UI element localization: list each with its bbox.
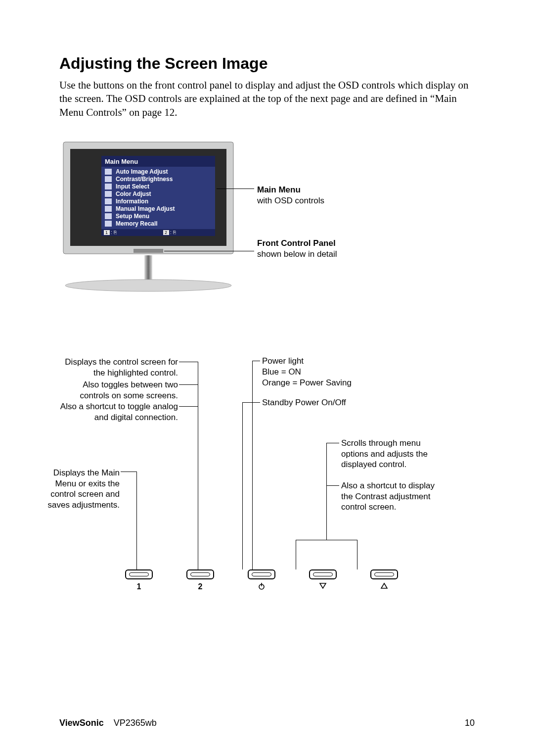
page-footer: ViewSonic VP2365wb 10: [59, 718, 475, 728]
footer-model: VP2365wb: [114, 718, 157, 728]
anno-power-a: Power light: [262, 356, 391, 367]
triangle-up-icon: [369, 582, 400, 591]
svg-rect-11: [105, 191, 112, 197]
svg-rect-28: [134, 249, 163, 253]
button-down[interactable]: [308, 569, 338, 592]
svg-text:Information: Information: [116, 198, 148, 205]
svg-text:2: 2: [165, 230, 167, 235]
svg-text:Memory Recall: Memory Recall: [116, 220, 158, 227]
svg-text:Manual Image Adjust: Manual Image Adjust: [116, 205, 175, 212]
button-1-label: 1: [124, 582, 154, 591]
callout-front-panel-sub: shown below in detail: [257, 249, 337, 260]
anno-power-b: Blue = ON: [262, 367, 391, 378]
footer-brand: ViewSonic: [59, 718, 104, 728]
callout-main-menu-label: Main Menu: [257, 185, 324, 195]
anno-scroll-a: Scrolls through menu options and adjusts…: [341, 438, 440, 470]
anno-btn2-c: Also a shortcut to toggle analog and dig…: [54, 401, 178, 423]
anno-scroll-b: Also a shortcut to display the Contrast …: [341, 480, 440, 513]
svg-rect-21: [101, 229, 215, 236]
svg-rect-5: [105, 169, 112, 175]
anno-btn1: Displays the Main Menu or exits the cont…: [45, 468, 120, 511]
svg-marker-33: [320, 583, 326, 588]
control-panel-diagram: Displays the control screen for the high…: [59, 352, 475, 609]
monitor-illustration: Main Menu Auto Image Adjust Contrast/Bri…: [59, 139, 475, 302]
monitor-svg: Main Menu Auto Image Adjust Contrast/Bri…: [59, 139, 237, 297]
callout-line-main-menu: [217, 189, 254, 189]
anno-standby: Standby Power On/Off: [262, 397, 361, 408]
svg-text:Input Select: Input Select: [116, 183, 149, 190]
callout-front-panel: Front Control Panel shown below in detai…: [257, 238, 337, 260]
svg-text:Color Adjust: Color Adjust: [116, 190, 151, 197]
power-icon: [246, 582, 277, 592]
svg-rect-13: [105, 198, 112, 204]
button-row: 1 2: [124, 569, 400, 592]
intro-text: Use the buttons on the front control pan…: [59, 79, 475, 119]
svg-rect-29: [144, 255, 152, 281]
svg-rect-9: [105, 184, 112, 189]
svg-text:: ⎘: : ⎘: [170, 230, 176, 235]
callout-main-menu: Main Menu with OSD controls: [257, 185, 324, 206]
svg-text:: ⎘: : ⎘: [111, 230, 117, 235]
svg-text:1: 1: [105, 230, 108, 235]
button-up[interactable]: [369, 569, 400, 592]
anno-btn2-b: Also toggles between two controls on som…: [54, 379, 178, 401]
triangle-down-icon: [308, 582, 338, 591]
svg-rect-7: [105, 176, 112, 182]
page-title: Adjusting the Screen Image: [59, 54, 475, 73]
footer-page: 10: [465, 718, 475, 728]
svg-point-30: [65, 280, 231, 291]
svg-rect-19: [105, 221, 112, 227]
svg-rect-15: [105, 206, 112, 212]
callout-main-menu-sub: with OSD controls: [257, 195, 324, 206]
svg-text:Auto Image Adjust: Auto Image Adjust: [116, 168, 168, 175]
svg-marker-34: [381, 583, 387, 588]
anno-btn2-a: Displays the control screen for the high…: [54, 357, 178, 378]
anno-power-c: Orange = Power Saving: [262, 378, 391, 388]
callout-front-panel-label: Front Control Panel: [257, 238, 337, 249]
button-power[interactable]: [246, 569, 277, 592]
svg-text:Main Menu: Main Menu: [105, 158, 138, 165]
button-1[interactable]: 1: [124, 569, 154, 592]
button-2-label: 2: [185, 582, 216, 591]
callout-line-front-panel: [164, 251, 254, 251]
svg-text:Contrast/Brightness: Contrast/Brightness: [116, 176, 173, 183]
svg-rect-17: [105, 213, 112, 219]
button-2[interactable]: 2: [185, 569, 216, 592]
svg-text:Setup Menu: Setup Menu: [116, 213, 149, 220]
